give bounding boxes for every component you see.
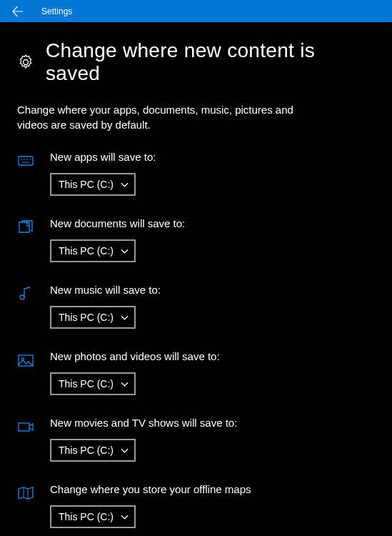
svg-rect-0: [19, 157, 33, 165]
setting-photos: New photos and videos will save to: This…: [17, 350, 375, 395]
dropdown-music-value: This PC (C:): [59, 312, 121, 323]
dropdown-photos[interactable]: This PC (C:): [50, 372, 136, 395]
setting-music-label: New music will save to:: [50, 284, 375, 296]
setting-photos-label: New photos and videos will save to:: [50, 350, 375, 362]
chevron-down-icon: [121, 380, 129, 388]
setting-movies: New movies and TV shows will save to: Th…: [17, 417, 375, 462]
gear-icon: [17, 54, 34, 71]
dropdown-documents-value: This PC (C:): [59, 245, 121, 257]
svg-point-8: [22, 358, 24, 360]
chevron-down-icon: [121, 247, 129, 255]
movies-icon: [17, 418, 34, 435]
setting-apps: New apps will save to: This PC (C:): [17, 151, 375, 196]
dropdown-photos-value: This PC (C:): [59, 378, 121, 389]
dropdown-apps[interactable]: This PC (C:): [50, 173, 136, 196]
chevron-down-icon: [121, 513, 129, 521]
chevron-down-icon: [121, 447, 129, 455]
setting-maps: Change where you store your offline maps…: [17, 483, 375, 528]
setting-documents: New documents will save to: This PC (C:): [17, 217, 375, 262]
setting-music: New music will save to: This PC (C:): [17, 284, 375, 329]
dropdown-documents[interactable]: This PC (C:): [50, 239, 136, 262]
chevron-down-icon: [121, 181, 129, 189]
back-arrow-icon: [11, 5, 24, 18]
setting-apps-label: New apps will save to:: [50, 151, 375, 163]
photos-icon: [17, 352, 34, 369]
dropdown-movies[interactable]: This PC (C:): [50, 439, 136, 462]
setting-maps-label: Change where you store your offline maps: [50, 483, 375, 495]
page-header: Change where new content is saved: [17, 39, 375, 85]
documents-icon: [17, 219, 34, 236]
titlebar-title: Settings: [34, 6, 72, 16]
dropdown-apps-value: This PC (C:): [59, 179, 121, 190]
back-button[interactable]: [0, 0, 34, 22]
content-area: Change where new content is saved Change…: [0, 22, 392, 528]
maps-icon: [17, 485, 34, 502]
dropdown-maps[interactable]: This PC (C:): [50, 505, 136, 528]
dropdown-maps-value: This PC (C:): [59, 511, 121, 522]
svg-point-6: [20, 295, 24, 299]
dropdown-music[interactable]: This PC (C:): [50, 306, 136, 329]
titlebar: Settings: [0, 0, 392, 22]
page-description: Change where your apps, documents, music…: [17, 102, 375, 132]
svg-rect-9: [19, 423, 29, 431]
music-icon: [17, 285, 34, 302]
page-title: Change where new content is saved: [46, 39, 375, 85]
setting-documents-label: New documents will save to:: [50, 217, 375, 229]
chevron-down-icon: [121, 314, 129, 322]
setting-movies-label: New movies and TV shows will save to:: [50, 417, 375, 429]
dropdown-movies-value: This PC (C:): [59, 445, 121, 456]
apps-icon: [17, 152, 34, 169]
